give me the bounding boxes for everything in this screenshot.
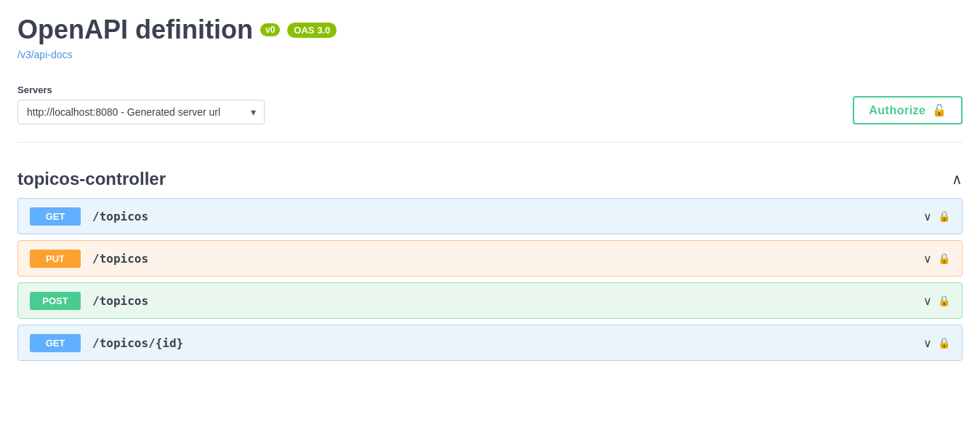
api-row-right-post: ∨ 🔒 <box>923 294 950 308</box>
api-row-left-get-id: GET /topicos/{id} <box>30 334 183 352</box>
version-badge: v0 <box>260 23 280 36</box>
api-row-right-put: ∨ 🔒 <box>923 252 950 266</box>
lock-icon-small-put: 🔒 <box>938 253 950 264</box>
api-row-left: GET /topicos <box>30 207 148 226</box>
method-badge-get: GET <box>30 207 81 226</box>
api-row-left-post: POST /topicos <box>30 292 148 310</box>
method-badge-get-id: GET <box>30 334 81 352</box>
method-badge-put: PUT <box>30 250 81 268</box>
servers-row: Servers http://localhost:8080 - Generate… <box>17 84 963 124</box>
server-select[interactable]: http://localhost:8080 - Generated server… <box>17 100 265 124</box>
api-path-topicos-id: /topicos/{id} <box>92 336 183 350</box>
lock-icon-small: 🔒 <box>938 210 950 222</box>
lock-icon-small-get-id: 🔒 <box>938 337 950 349</box>
lock-icon: 🔓 <box>932 103 947 117</box>
api-path-topicos-put: /topicos <box>92 252 148 266</box>
api-row-right-get-id: ∨ 🔒 <box>923 336 950 350</box>
api-path-topicos-get: /topicos <box>92 210 148 223</box>
api-row-post-topicos[interactable]: POST /topicos ∨ 🔒 <box>17 282 963 319</box>
api-rows: GET /topicos ∨ 🔒 PUT /topicos ∨ 🔒 <box>17 198 963 361</box>
collapse-icon: ∧ <box>952 170 963 188</box>
servers-label: Servers <box>17 84 265 95</box>
page-title: OpenAPI definition <box>17 15 253 45</box>
chevron-down-icon: ∨ <box>923 210 932 223</box>
chevron-down-icon-post: ∨ <box>923 294 932 308</box>
api-row-get-topicos-id[interactable]: GET /topicos/{id} ∨ 🔒 <box>17 325 963 361</box>
api-row-left-put: PUT /topicos <box>30 250 148 268</box>
api-docs-link[interactable]: /v3/api-docs <box>17 49 72 60</box>
authorize-label: Authorize <box>869 104 925 117</box>
chevron-down-icon-get-id: ∨ <box>923 336 932 350</box>
servers-group: Servers http://localhost:8080 - Generate… <box>17 84 265 124</box>
api-path-topicos-post: /topicos <box>92 294 148 308</box>
server-select-wrapper: http://localhost:8080 - Generated server… <box>17 100 265 124</box>
chevron-down-icon-put: ∨ <box>923 252 932 266</box>
authorize-button[interactable]: Authorize 🔓 <box>853 96 963 124</box>
api-row-get-topicos[interactable]: GET /topicos ∨ 🔒 <box>17 198 963 234</box>
controller-name: topicos-controller <box>17 169 166 189</box>
divider <box>17 142 963 143</box>
method-badge-post: POST <box>30 292 81 310</box>
lock-icon-small-post: 🔒 <box>938 295 950 306</box>
controller-section: topicos-controller ∧ GET /topicos ∨ 🔒 PU… <box>17 160 963 361</box>
api-row-right: ∨ 🔒 <box>923 210 950 223</box>
oas-badge: OAS 3.0 <box>287 23 337 38</box>
title-row: OpenAPI definition v0 OAS 3.0 <box>17 15 963 45</box>
api-row-put-topicos[interactable]: PUT /topicos ∨ 🔒 <box>17 240 963 277</box>
header-section: OpenAPI definition v0 OAS 3.0 /v3/api-do… <box>17 15 963 61</box>
controller-header[interactable]: topicos-controller ∧ <box>17 160 963 198</box>
